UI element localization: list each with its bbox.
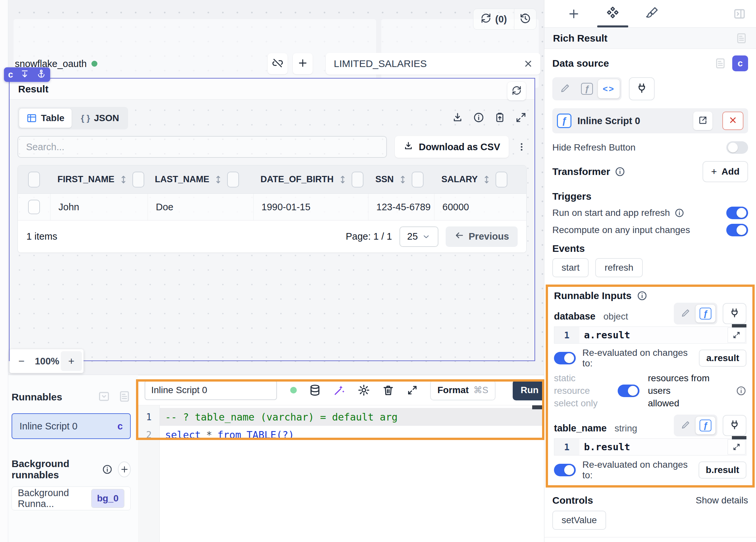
template-mode-button[interactable]: ƒ (576, 79, 598, 98)
tab-styling[interactable] (632, 0, 671, 27)
resources-from-users-toggle[interactable] (618, 385, 639, 397)
line-number: 1 (554, 439, 579, 455)
doc-icon[interactable] (714, 57, 726, 69)
dependency-chip[interactable]: b.result (699, 461, 746, 479)
reeval-toggle[interactable] (554, 464, 576, 476)
sort-icon[interactable] (398, 175, 408, 185)
eval-mode-button[interactable]: ƒ (696, 417, 715, 434)
recompute-toggle[interactable] (726, 224, 748, 236)
tab-json[interactable]: { } JSON (74, 109, 126, 128)
detach-script-button[interactable] (722, 112, 743, 130)
column-toggle[interactable] (132, 172, 144, 187)
expand-expression-button[interactable] (728, 439, 745, 455)
column-toggle[interactable] (496, 172, 507, 187)
page-size-select[interactable]: 25 (399, 226, 438, 247)
dependency-chip[interactable]: a.result (699, 350, 746, 367)
tab-component-settings[interactable] (593, 0, 632, 27)
database-expression-editor[interactable]: 1 a.result (554, 326, 746, 344)
info-icon[interactable] (637, 290, 647, 301)
select-all-checkbox[interactable] (18, 165, 50, 193)
static-mode-button[interactable] (676, 417, 696, 434)
reeval-toggle[interactable] (554, 352, 576, 364)
kebab-menu-icon[interactable] (517, 142, 527, 152)
event-start-chip[interactable]: start (552, 258, 589, 277)
tab-insert-component[interactable] (554, 0, 593, 27)
table-search-row: Download as CSV (17, 136, 527, 158)
table-search-input[interactable] (25, 141, 379, 153)
code-mode-button[interactable]: <> (598, 79, 620, 98)
component-selection-badge[interactable]: c (4, 67, 50, 82)
component-type-title: Rich Result (553, 33, 607, 44)
column-header-last-name[interactable]: LAST_NAME (148, 165, 253, 193)
show-details-link[interactable]: Show details (696, 495, 748, 506)
column-header-ssn[interactable]: SSN (368, 165, 434, 193)
fullscreen-icon[interactable] (515, 112, 527, 124)
sort-icon[interactable] (338, 175, 348, 185)
unlink-button[interactable] (268, 53, 288, 74)
attached-script-row[interactable]: ƒ Inline Script 0 (552, 108, 748, 133)
connect-input-button[interactable] (629, 77, 655, 100)
history-button[interactable] (514, 9, 536, 29)
app-canvas[interactable]: (0) snowflake_oauth c (8, 0, 544, 375)
download-icon (403, 141, 413, 153)
table-name-expression-editor[interactable]: 1 b.result (554, 438, 746, 456)
table-row[interactable]: John Doe 1990-01-15 123-45-6789 60000 (18, 194, 526, 220)
data-source-mode-switch: ƒ <> (552, 77, 622, 100)
add-transformer-button[interactable]: + Add (703, 161, 748, 182)
column-toggle[interactable] (412, 172, 424, 187)
rich-result-component[interactable]: Result Table { } JSON (9, 78, 535, 361)
anchor-icon[interactable] (36, 69, 46, 80)
info-icon[interactable] (473, 112, 484, 124)
add-component-button[interactable] (293, 53, 313, 74)
sort-icon[interactable] (482, 175, 492, 185)
add-background-runnable-button[interactable] (118, 461, 131, 477)
eval-mode-button[interactable]: ƒ (696, 305, 715, 322)
info-icon[interactable] (736, 386, 746, 396)
sort-icon[interactable] (213, 175, 223, 185)
info-icon[interactable] (615, 166, 625, 177)
doc-list-icon[interactable] (118, 390, 131, 404)
expression-value[interactable]: b.result (579, 441, 728, 453)
doc-icon[interactable] (736, 32, 747, 44)
connect-input-button[interactable] (723, 415, 746, 436)
event-refresh-chip[interactable]: refresh (595, 258, 642, 277)
clear-icon[interactable] (523, 59, 533, 69)
run-on-start-toggle[interactable] (726, 207, 748, 219)
table-select-input[interactable] (333, 58, 523, 70)
collapse-panel-icon[interactable] (98, 390, 110, 404)
column-toggle[interactable] (227, 172, 239, 187)
move-down-icon[interactable] (20, 69, 30, 80)
runnable-item-inline-script-0[interactable]: Inline Script 0 c (12, 413, 131, 439)
expression-value[interactable]: a.result (579, 329, 728, 341)
info-icon[interactable] (102, 464, 113, 475)
column-header-date-of-birth[interactable]: DATE_OF_BIRTH (253, 165, 368, 193)
download-csv-button[interactable]: Download as CSV (395, 136, 509, 158)
row-checkbox[interactable] (18, 194, 50, 220)
tab-table[interactable]: Table (19, 109, 72, 128)
download-icon[interactable] (452, 112, 463, 124)
copy-result-icon[interactable] (494, 112, 505, 124)
column-toggle[interactable] (352, 172, 363, 187)
cell-first-name: John (50, 194, 148, 220)
runnable-inputs-header: Runnable Inputs (554, 290, 746, 301)
zoom-out-button[interactable]: − (10, 355, 33, 367)
column-label: LAST_NAME (155, 174, 209, 185)
resources-from-users-label: resources from users allowed (648, 372, 727, 409)
zoom-in-button[interactable]: + (61, 351, 82, 371)
static-mode-button[interactable] (554, 79, 576, 98)
collapse-panel-icon[interactable] (733, 0, 746, 27)
open-script-button[interactable] (693, 112, 712, 130)
result-refresh-button[interactable] (507, 82, 526, 100)
expand-expression-button[interactable] (728, 327, 745, 343)
refresh-all-button[interactable]: (0) (473, 9, 514, 29)
hide-refresh-toggle[interactable] (726, 141, 748, 154)
previous-page-button[interactable]: Previous (446, 226, 518, 247)
column-header-salary[interactable]: SALARY (434, 165, 526, 193)
set-value-chip[interactable]: setValue (552, 511, 606, 530)
sort-icon[interactable] (119, 175, 128, 185)
connect-input-button[interactable] (723, 303, 746, 324)
background-runnable-item[interactable]: Background Runna... bg_0 (12, 487, 131, 510)
column-header-first-name[interactable]: FIRST_NAME (50, 165, 148, 193)
info-icon[interactable] (674, 208, 684, 218)
static-mode-button[interactable] (676, 305, 696, 322)
